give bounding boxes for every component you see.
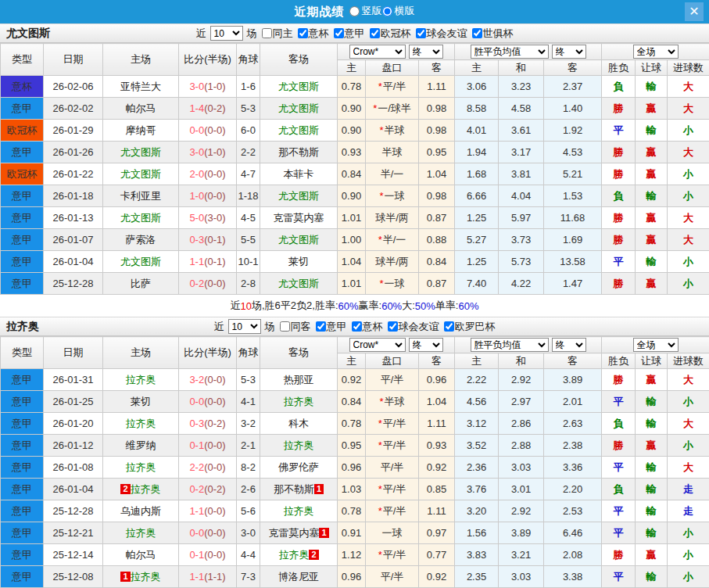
result-spf-cell: 勝 — [602, 163, 636, 185]
competition-badge: 意甲 — [1, 435, 44, 457]
layout-radio-vertical[interactable]: 竖版 — [349, 4, 382, 18]
col-header-score: 比分(半场) — [179, 337, 237, 369]
checkbox-icon[interactable] — [280, 321, 290, 332]
result-handicap-cell: 輸 — [636, 500, 668, 522]
avg-away-cell: 2.08 — [544, 544, 602, 566]
odds-source-group: Crow*终 — [338, 44, 455, 60]
checkbox-icon[interactable] — [334, 28, 344, 38]
col-header-odds-away: 客 — [419, 353, 455, 369]
close-button[interactable]: ✕ — [685, 2, 704, 21]
filter-checkbox-欧冠杯[interactable]: 欧冠杯 — [367, 27, 411, 41]
score-cell: 0-3(0-1) — [179, 229, 237, 251]
home-team: 帕尔马 — [103, 544, 179, 566]
date-cell: 26-01-04 — [44, 251, 103, 273]
score-cell: 1-4(0-2) — [179, 98, 237, 120]
team-name-text: 尤文图斯 — [278, 234, 319, 246]
live-star: * — [378, 81, 382, 92]
competition-badge: 意甲 — [1, 273, 44, 295]
result-handicap-cell: 輸 — [636, 457, 668, 479]
bookmaker-final-select[interactable]: 终 — [409, 338, 443, 352]
score-halftime: (0-0) — [204, 461, 225, 473]
result-glyph: 贏 — [646, 168, 657, 180]
odds-home-cell: 0.96 — [338, 566, 366, 588]
result-goals-cell: 大 — [668, 457, 709, 479]
bookmaker-final-select[interactable]: 终 — [409, 45, 443, 59]
checkbox-icon[interactable] — [262, 28, 272, 38]
avg-draw-cell: 3.03 — [499, 457, 544, 479]
odds-away-cell: 0.96 — [419, 369, 455, 391]
filter-checkbox-世俱杯[interactable]: 世俱杯 — [469, 27, 514, 41]
section-header-1: 拉齐奥近10场同客意甲意杯球会友谊欧罗巴杯 — [0, 317, 709, 336]
odds-home-cell: 1.00 — [338, 229, 366, 251]
filter-checkbox-意杯[interactable]: 意杯 — [349, 320, 383, 334]
result-handicap-cell: 贏 — [636, 369, 668, 391]
page-title: 近期战绩 — [295, 5, 345, 20]
filter-checkbox-意甲[interactable]: 意甲 — [313, 320, 347, 334]
bookmaker-select[interactable]: Crow* — [349, 45, 406, 59]
competition-badge: 欧冠杯 — [1, 163, 44, 185]
result-spf-cell: 負 — [602, 413, 636, 435]
layout-radio-horizontal[interactable]: 横版 — [382, 4, 415, 18]
avg-away-cell: 2.53 — [544, 500, 602, 522]
radio-icon[interactable] — [349, 6, 360, 16]
checkbox-icon[interactable] — [416, 28, 426, 38]
filter-checkbox-球会友谊[interactable]: 球会友谊 — [385, 320, 439, 334]
result-goals-cell: 小 — [668, 273, 709, 295]
avg-draw-cell: 4.58 — [499, 98, 544, 120]
match-row: 欧冠杯26-01-22尤文图斯2-0(0-0)4-7本菲卡0.84半/一1.04… — [1, 163, 709, 185]
checkbox-label: 同主 — [273, 27, 293, 41]
odds-away-cell: 0.88 — [419, 229, 455, 251]
filter-checkbox-意甲[interactable]: 意甲 — [331, 27, 365, 41]
avg-select[interactable]: 胜平负均值 — [471, 45, 549, 59]
radio-label: 横版 — [395, 4, 415, 18]
avg-draw-cell: 4.04 — [499, 185, 544, 207]
corner-cell: 4-5 — [237, 207, 260, 229]
avg-select[interactable]: 胜平负均值 — [471, 338, 549, 352]
checkbox-icon[interactable] — [388, 321, 398, 332]
result-handicap-cell: 輸 — [636, 251, 668, 273]
filter-checkbox-意杯[interactable]: 意杯 — [295, 27, 329, 41]
odds-home-cell: 0.84 — [338, 163, 366, 185]
handicap-cell: *平/半 — [366, 500, 419, 522]
checkbox-icon[interactable] — [316, 321, 326, 332]
score-halftime: (0-0) — [204, 374, 225, 385]
checkbox-icon[interactable] — [472, 28, 482, 38]
filter-checkbox-欧罗巴杯[interactable]: 欧罗巴杯 — [441, 320, 496, 334]
result-goals-cell: 小 — [668, 566, 709, 588]
avg-final-select[interactable]: 终 — [552, 45, 586, 59]
checkbox-icon[interactable] — [370, 28, 380, 38]
date-cell: 25-12-08 — [44, 566, 103, 588]
checkbox-icon[interactable] — [444, 321, 454, 332]
score-halftime: (0-1) — [204, 234, 225, 246]
recent-count-select[interactable]: 10 — [228, 319, 261, 334]
checkbox-icon[interactable] — [352, 321, 362, 332]
summary-part: 场,胜6平2负2, — [252, 299, 315, 313]
avg-away-cell: 2.37 — [544, 76, 602, 98]
date-cell: 26-01-22 — [44, 163, 103, 185]
team-name-text: 摩纳哥 — [126, 124, 156, 136]
filter-suffix: 场 — [265, 320, 275, 334]
result-handicap-cell: 贏 — [636, 229, 668, 251]
avg-away-cell: 4.53 — [544, 142, 602, 163]
odds-away-cell: 0.93 — [419, 435, 455, 457]
handicap-cell: 平/半 — [366, 566, 419, 588]
filter-checkbox-同主[interactable]: 同主 — [259, 27, 293, 41]
competition-badge: 意杯 — [1, 76, 44, 98]
competition-badge: 意甲 — [1, 544, 44, 566]
scope-select[interactable]: 全场 — [633, 45, 679, 59]
recent-count-select[interactable]: 10 — [210, 26, 243, 41]
scope-select[interactable]: 全场 — [633, 338, 679, 352]
avg-final-select[interactable]: 终 — [552, 338, 586, 352]
bookmaker-select[interactable]: Crow* — [349, 338, 406, 352]
checkbox-icon[interactable] — [298, 28, 308, 38]
result-goals-cell: 小 — [668, 522, 709, 544]
score-fulltime: 0-3 — [189, 418, 204, 429]
score-cell: 0-3(0-2) — [179, 413, 237, 435]
filter-checkbox-同客[interactable]: 同客 — [277, 320, 311, 334]
team-name-text: 莱切 — [131, 396, 151, 407]
team-name-text: 拉齐奥 — [126, 527, 156, 539]
summary-part: 50% — [415, 300, 435, 312]
radio-icon[interactable] — [382, 6, 392, 16]
home-team: 莱切 — [103, 391, 179, 413]
filter-checkbox-球会友谊[interactable]: 球会友谊 — [413, 27, 467, 41]
